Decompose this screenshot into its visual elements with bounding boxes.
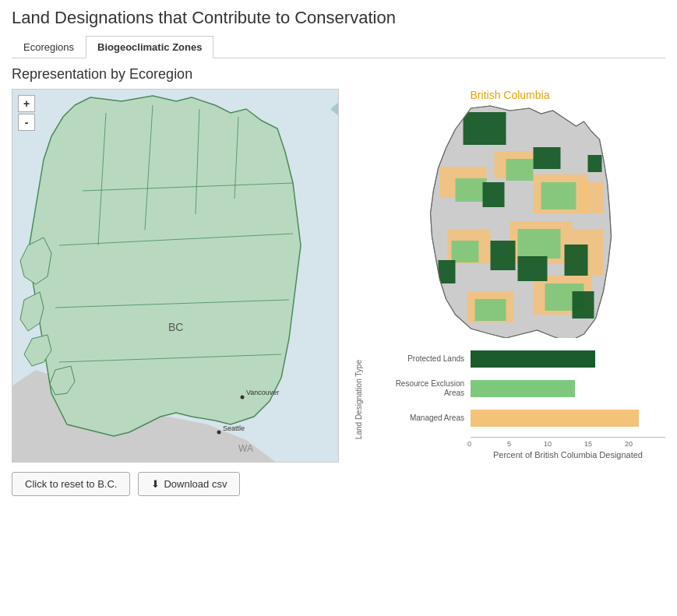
map-container: + - [12,89,339,463]
download-icon: ⬇ [151,478,160,490]
bar-chart: Protected Lands Resource Exclusion Areas… [369,348,665,459]
button-row: Click to reset to B.C. ⬇ Download csv [12,472,339,496]
svg-rect-48 [588,155,602,172]
svg-rect-40 [464,112,506,145]
svg-text:BC: BC [168,321,183,333]
svg-rect-44 [565,245,588,276]
bar-row-protected: Protected Lands [377,348,665,370]
bar-protected [471,350,595,368]
zoom-in-button[interactable]: + [18,95,35,112]
download-button[interactable]: ⬇ Download csv [138,472,240,496]
svg-rect-36 [452,241,479,262]
x-tick-10: 10 [511,440,552,448]
svg-rect-33 [456,178,487,202]
bar-label-protected: Protected Lands [377,354,471,364]
tabs-container: Ecoregions Biogeoclimatic Zones [12,36,665,58]
bc-choropleth-map [354,104,665,338]
x-tick-15: 15 [552,440,592,448]
svg-rect-43 [518,256,548,281]
tab-ecoregions[interactable]: Ecoregions [12,36,86,58]
tab-biogeoclimatic[interactable]: Biogeoclimatic Zones [86,36,213,58]
zoom-out-button[interactable]: - [18,114,35,131]
svg-rect-35 [541,182,577,209]
chart-wrapper: Land Designation Type Protected Lands Re… [354,340,665,459]
download-label: Download csv [164,478,227,490]
left-panel: + - [12,89,339,496]
svg-point-18 [217,431,221,435]
svg-rect-41 [483,182,505,207]
main-content: + - [12,89,665,496]
bar-row-managed: Managed Areas [377,407,665,429]
svg-point-16 [241,396,245,400]
svg-text:Vancouver: Vancouver [246,389,279,396]
y-axis-label: Land Designation Type [354,360,363,439]
bar-label-managed: Managed Areas [377,414,471,423]
map-svg-area[interactable]: BC Vancouver Seattle WA Leaflet | Map t [12,89,339,463]
page-wrapper: Land Designations that Contribute to Con… [0,0,677,504]
page-title: Land Designations that Contribute to Con… [12,8,665,28]
svg-rect-45 [573,291,594,319]
svg-rect-42 [491,241,516,270]
reset-button[interactable]: Click to reset to B.C. [12,472,130,496]
x-axis: 0 5 10 15 20 [471,437,665,448]
svg-rect-39 [475,299,506,321]
svg-rect-34 [506,159,534,181]
bar-label-resource: Resource Exclusion Areas [377,379,471,398]
svg-rect-47 [534,147,561,169]
svg-rect-37 [518,229,561,259]
x-axis-title: Percent of British Columbia Designated [471,450,665,459]
svg-rect-46 [439,260,456,283]
x-tick-5: 5 [471,440,511,448]
bar-row-resource: Resource Exclusion Areas [377,378,665,400]
svg-text:WA: WA [238,443,253,454]
bar-managed [471,410,639,427]
right-panel: British Columbia [354,89,665,496]
svg-text:Seattle: Seattle [223,424,245,432]
x-tick-20: 20 [592,440,633,448]
section-title: Representation by Ecoregion [12,66,665,83]
bar-resource [471,380,575,397]
bc-region-title: British Columbia [354,89,665,101]
bc-leaflet-map: BC Vancouver Seattle WA [12,90,339,463]
svg-rect-32 [580,182,604,213]
map-controls: + - [18,95,35,131]
